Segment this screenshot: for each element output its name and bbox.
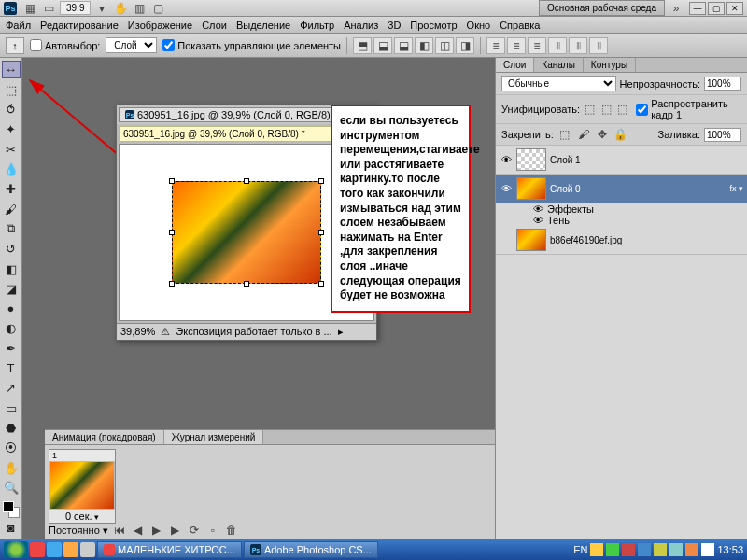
autoselect-target[interactable]: Слой (106, 37, 157, 53)
align-top-icon[interactable]: ⬒ (353, 37, 372, 54)
fill-input[interactable] (704, 128, 741, 142)
document-tab[interactable]: Ps630951_16.jpg @ 39,9% (Слой 0, RGB/8) … (119, 107, 344, 122)
menu-3d[interactable]: 3D (388, 20, 401, 31)
layer-effect-shadow[interactable]: 👁 Тень (496, 215, 747, 226)
ql-opera-icon[interactable] (30, 542, 45, 557)
tray-icon[interactable] (590, 543, 603, 556)
layer-row[interactable]: b86ef46190ef.jpg (496, 226, 747, 255)
layer-name[interactable]: Слой 1 (550, 155, 581, 165)
dist-top-icon[interactable]: ≡ (486, 37, 505, 54)
autoselect-checkbox[interactable]: Автовыбор: (30, 39, 100, 51)
minimize-button[interactable]: — (689, 2, 706, 15)
workspace-more-icon[interactable]: » (669, 1, 684, 16)
close-button[interactable]: ✕ (726, 2, 743, 15)
dist-right-icon[interactable]: ⫴ (589, 37, 608, 54)
tab-paths[interactable]: Контуры (584, 58, 636, 72)
taskbar-item[interactable]: PsAdobe Photoshop CS... (244, 541, 378, 558)
stamp-tool[interactable]: ⧉ (2, 220, 21, 238)
align-bottom-icon[interactable]: ⬓ (394, 37, 413, 54)
opacity-input[interactable] (704, 77, 741, 91)
dist-left-icon[interactable]: ⫴ (548, 37, 567, 54)
taskbar-item[interactable]: МАЛЕНЬКИЕ ХИТРОС... (97, 541, 242, 558)
ql-ie-icon[interactable] (47, 542, 62, 557)
move-tool[interactable]: ↔ (2, 61, 21, 78)
transform-handle[interactable] (169, 281, 175, 287)
menu-filter[interactable]: Фильтр (300, 20, 334, 31)
transform-handle[interactable] (169, 178, 175, 184)
type-tool[interactable]: T (2, 359, 21, 377)
wand-tool[interactable]: ✦ (2, 120, 21, 138)
fx-badge-icon[interactable]: fx ▾ (729, 184, 743, 193)
ql-app-icon[interactable] (63, 542, 78, 557)
dist-bottom-icon[interactable]: ≡ (528, 37, 546, 54)
next-frame-icon[interactable]: ▶ (168, 523, 183, 538)
eraser-tool[interactable]: ◧ (2, 259, 21, 277)
tray-icon[interactable] (701, 543, 714, 556)
align-left-icon[interactable]: ◧ (415, 37, 433, 54)
transform-handle[interactable] (169, 230, 175, 235)
lasso-tool[interactable]: ⥀ (2, 101, 21, 119)
tray-icon[interactable] (685, 543, 698, 556)
show-controls-checkbox[interactable]: Показать управляющие элементы (162, 39, 341, 51)
gradient-tool[interactable]: ◪ (2, 280, 21, 298)
visibility-icon[interactable]: 👁 (500, 183, 513, 194)
maximize-button[interactable]: ▢ (708, 2, 725, 15)
pen-tool[interactable]: ✒ (2, 340, 21, 357)
hand-tool[interactable]: ✋ (2, 459, 21, 477)
hand-icon[interactable]: ✋ (113, 1, 128, 16)
lock-pixels-icon[interactable]: 🖌 (576, 127, 591, 142)
propagate-checkbox[interactable]: Распространить кадр 1 (636, 98, 741, 120)
unify-position-icon[interactable]: ⬚ (584, 102, 596, 117)
layer-row[interactable]: 👁 Слой 1 (496, 146, 747, 175)
dodge-tool[interactable]: ◐ (2, 319, 21, 337)
path-tool[interactable]: ↗ (2, 379, 21, 397)
menu-analysis[interactable]: Анализ (344, 20, 378, 31)
status-arrow-icon[interactable]: ▸ (338, 326, 344, 338)
dist-vcenter-icon[interactable]: ≡ (507, 37, 526, 54)
dist-hcenter-icon[interactable]: ⫴ (569, 37, 587, 54)
zoom-level[interactable]: 39,9 (60, 1, 91, 15)
tab-measurements[interactable]: Журнал измерений (164, 430, 264, 444)
align-vcenter-icon[interactable]: ⬓ (374, 37, 392, 54)
language-indicator[interactable]: EN (573, 544, 587, 555)
animation-frame[interactable]: 1 0 сек. ▾ (49, 449, 116, 524)
layer-name[interactable]: Слой 0 (550, 184, 581, 194)
zoom-dropdown-icon[interactable]: ▾ (94, 1, 109, 16)
tray-icon[interactable] (638, 543, 651, 556)
align-right-icon[interactable]: ◨ (456, 37, 474, 54)
status-zoom[interactable]: 39,89% (120, 326, 155, 338)
layer-effects-row[interactable]: 👁 Эффекты (496, 203, 747, 215)
3d-tool[interactable]: ⬣ (2, 419, 21, 437)
workspace-switcher[interactable]: Основная рабочая среда (539, 0, 665, 16)
crop-tool[interactable]: ✂ (2, 140, 21, 158)
frame-delay[interactable]: 0 сек. ▾ (49, 510, 115, 523)
transform-handle[interactable] (318, 230, 324, 235)
bridge-icon[interactable]: ▦ (22, 1, 37, 16)
menu-edit[interactable]: Редактирование (40, 20, 119, 31)
tray-icon[interactable] (622, 543, 635, 556)
play-icon[interactable]: ▶ (149, 523, 164, 538)
eye-icon[interactable]: 👁 (533, 203, 543, 215)
lock-all-icon[interactable]: 🔒 (613, 127, 628, 142)
loop-selector[interactable]: Постоянно ▾ (49, 525, 108, 537)
current-tool-icon[interactable]: ↕ (6, 37, 24, 54)
history-brush-tool[interactable]: ↺ (2, 240, 21, 258)
transform-handle[interactable] (318, 281, 324, 287)
tray-icon[interactable] (654, 543, 667, 556)
clock[interactable]: 13:53 (717, 544, 743, 555)
blur-tool[interactable]: ● (2, 300, 21, 317)
transform-handle[interactable] (318, 178, 324, 184)
layer-row[interactable]: 👁 Слой 0 fx ▾ (496, 175, 747, 203)
transform-handle[interactable] (244, 281, 249, 287)
menu-window[interactable]: Окно (467, 20, 491, 31)
3d-camera-tool[interactable]: ⦿ (2, 439, 21, 456)
menu-file[interactable]: Файл (6, 20, 31, 31)
tab-animation[interactable]: Анимация (покадровая) (45, 430, 164, 444)
eye-icon[interactable]: 👁 (533, 215, 543, 226)
tab-layers[interactable]: Слои (496, 58, 534, 72)
visibility-icon[interactable]: 👁 (500, 154, 513, 165)
unify-style-icon[interactable]: ⬚ (616, 102, 628, 117)
menu-layer[interactable]: Слои (202, 20, 227, 31)
brush-tool[interactable]: 🖌 (2, 200, 21, 217)
color-swatches[interactable] (3, 501, 20, 517)
